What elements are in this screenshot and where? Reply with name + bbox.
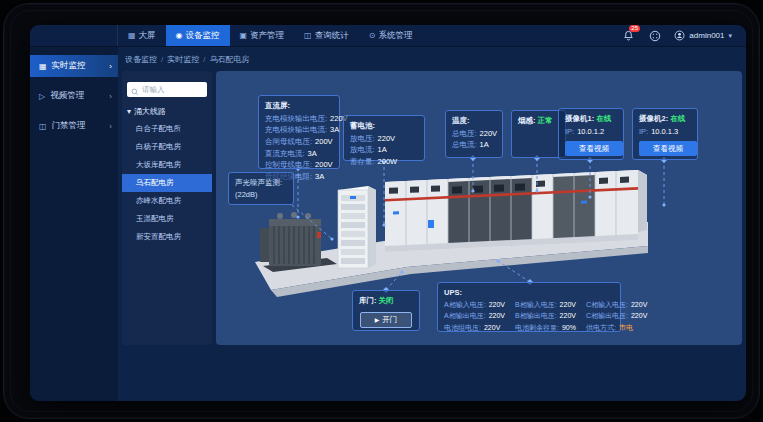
tree-item-station[interactable]: 玉温配电房	[122, 210, 212, 228]
sidebar-item-realtime-monitoring[interactable]: ▦ 实时监控 ›	[30, 55, 118, 77]
breadcrumb-item[interactable]: 设备监控	[125, 54, 157, 65]
metric-label: 放电流:	[350, 145, 375, 154]
panel-title: 蓄电池:	[350, 120, 418, 132]
camera1-ip: 10.0.1.2	[577, 127, 604, 136]
tree-item-station[interactable]: 白合子配电所	[122, 120, 212, 138]
metric-label: 控制母线电压:	[265, 160, 312, 169]
fullscreen-icon[interactable]	[648, 29, 661, 42]
panel-title: 直流屏:	[265, 100, 333, 112]
metric-value: 200W	[378, 157, 398, 166]
notification-bell-icon[interactable]: 25	[622, 29, 635, 42]
tree-root-node[interactable]: ▾ 涌大线路	[127, 106, 207, 117]
metric-label: C相输出电压:	[586, 312, 628, 319]
sidebar-item-label: 实时监控	[52, 60, 86, 72]
transformer	[260, 212, 337, 272]
breadcrumb: 设备监控 / 实时监控 / 乌石配电房	[118, 47, 746, 71]
tree-item-station[interactable]: 大坂库配电房	[122, 156, 212, 174]
monitor-icon: ◉	[176, 31, 183, 40]
tree-item-station[interactable]: 赤峰水配电房	[122, 192, 212, 210]
ip-label: IP:	[639, 127, 648, 136]
camera2-status: 在线	[670, 114, 685, 123]
panel-title: 烟感: 正常	[518, 115, 559, 127]
breadcrumb-separator: /	[203, 55, 205, 64]
metric-label: 直流充电流:	[265, 149, 305, 158]
smoke-status: 正常	[538, 116, 553, 125]
dc-screen-panel: 直流屏: 充电模块输出电压:220V 充电模块输出电流:3A 合闸母线电压:20…	[258, 95, 340, 169]
switchgear-row	[385, 170, 647, 252]
metric-value: 220V	[480, 129, 498, 138]
breadcrumb-item[interactable]: 实时监控	[167, 54, 199, 65]
metric-value: 3A	[330, 125, 339, 134]
metric-label: 电池组电压:	[444, 324, 481, 331]
temperature-panel: 温度: 总电压:220V 总电流:1A	[445, 110, 503, 158]
camera2-panel: 摄像机2: 在线 IP:10.0.1.3 查看视频	[632, 108, 698, 160]
metric-value: 3A	[315, 172, 324, 181]
ups-panel: UPS: A相输入电压:220V B相输入电压:220V C相输入电压:220V…	[437, 282, 621, 332]
metric-value: 220V	[631, 301, 647, 308]
door-status: 关闭	[379, 296, 394, 305]
metric-value: 220V	[489, 301, 505, 308]
main-nav: ▦ 大屏 ◉ 设备监控 ▣ 资产管理 ◫ 查询统计 ⊙ 系统管理	[118, 25, 422, 46]
power-supply-mode-value: 市电	[619, 324, 633, 331]
noise-label: 声光噪声监测:	[235, 177, 287, 189]
search-icon	[131, 82, 139, 100]
chevron-right-icon: ›	[109, 62, 112, 71]
metric-label: 合闸母线电压:	[265, 137, 312, 146]
metric-value: 200V	[315, 137, 333, 146]
chevron-right-icon: ›	[109, 122, 112, 131]
battery-panel: 蓄电池: 放电压:220V 放电流:1A 蓄存量:200W	[343, 115, 425, 161]
gear-icon: ⊙	[369, 31, 376, 40]
metric-value: 220V	[560, 301, 576, 308]
open-door-icon: ▶	[375, 317, 380, 323]
noise-monitor-panel: 声光噪声监测: (22dB)	[228, 172, 294, 205]
metric-label: 充电模块输出电流:	[265, 125, 327, 134]
breadcrumb-item-current: 乌石配电房	[209, 54, 249, 65]
nav-item-query-statistics[interactable]: ◫ 查询统计	[294, 25, 359, 46]
tree-items: 白合子配电所 白杨子配电房 大坂库配电房 乌石配电房 赤峰水配电房 玉温配电房 …	[127, 120, 207, 246]
wall-sensor	[428, 220, 434, 228]
nav-item-dashboard[interactable]: ▦ 大屏	[118, 25, 166, 46]
sidebar-item-video-management[interactable]: ▷ 视频管理 ›	[30, 85, 118, 107]
panel-title: UPS:	[444, 287, 614, 299]
metric-value: 220V	[560, 312, 576, 319]
metric-label: 总电压:	[452, 129, 477, 138]
metric-label: 充电模块输出电压:	[265, 114, 327, 123]
user-menu[interactable]: admin001 ▾	[674, 30, 732, 41]
metric-label: 供电方式:	[586, 324, 616, 331]
tree-search-input[interactable]	[127, 82, 207, 97]
nav-label: 系统管理	[378, 30, 412, 42]
nav-item-system-management[interactable]: ⊙ 系统管理	[359, 25, 423, 46]
panel-title: 摄像机2: 在线	[639, 113, 691, 125]
tree-item-station[interactable]: 新安置配电房	[122, 228, 212, 246]
panel-title: 温度:	[452, 115, 496, 127]
metric-label: 蓄存量:	[350, 157, 375, 166]
ups-metrics-grid: A相输入电压:220V B相输入电压:220V C相输入电压:220V A相输出…	[444, 300, 614, 335]
video-icon: ▷	[39, 92, 45, 101]
statistics-icon: ◫	[304, 31, 312, 40]
nav-item-device-monitoring[interactable]: ◉ 设备监控	[166, 25, 230, 46]
ip-label: IP:	[565, 127, 574, 136]
metric-value: 90%	[562, 324, 576, 331]
notification-badge: 25	[629, 25, 640, 32]
tree-item-station-selected[interactable]: 乌石配电房	[122, 174, 212, 192]
metric-label: 总电流:	[452, 140, 477, 149]
nav-item-asset-management[interactable]: ▣ 资产管理	[230, 25, 295, 46]
username: admin001	[689, 31, 724, 40]
tree-item-station[interactable]: 白杨子配电房	[122, 138, 212, 156]
sidebar-item-access-control[interactable]: ◫ 门禁管理 ›	[30, 115, 118, 137]
metric-value: 1A	[378, 145, 387, 154]
tree-root-label: 涌大线路	[134, 106, 166, 117]
monitor-grid-icon: ▦	[39, 62, 47, 71]
header-actions: 25 admin001 ▾	[622, 25, 746, 46]
open-door-button[interactable]: ▶开门	[360, 312, 412, 328]
dashboard-icon: ▦	[128, 31, 136, 40]
metric-value: 220V	[484, 324, 500, 331]
view-video-button[interactable]: 查看视频	[639, 141, 697, 156]
door-access-icon: ◫	[39, 122, 47, 131]
view-video-button[interactable]: 查看视频	[565, 141, 623, 156]
metric-value: 3A	[308, 149, 317, 158]
camera2-ip: 10.0.1.3	[651, 127, 678, 136]
station-tree-panel: ▾ 涌大线路 白合子配电所 白杨子配电房 大坂库配电房 乌石配电房 赤峰水配电房…	[122, 71, 212, 345]
nav-label: 大屏	[139, 30, 156, 42]
metric-label: C相输入电压:	[586, 301, 628, 308]
